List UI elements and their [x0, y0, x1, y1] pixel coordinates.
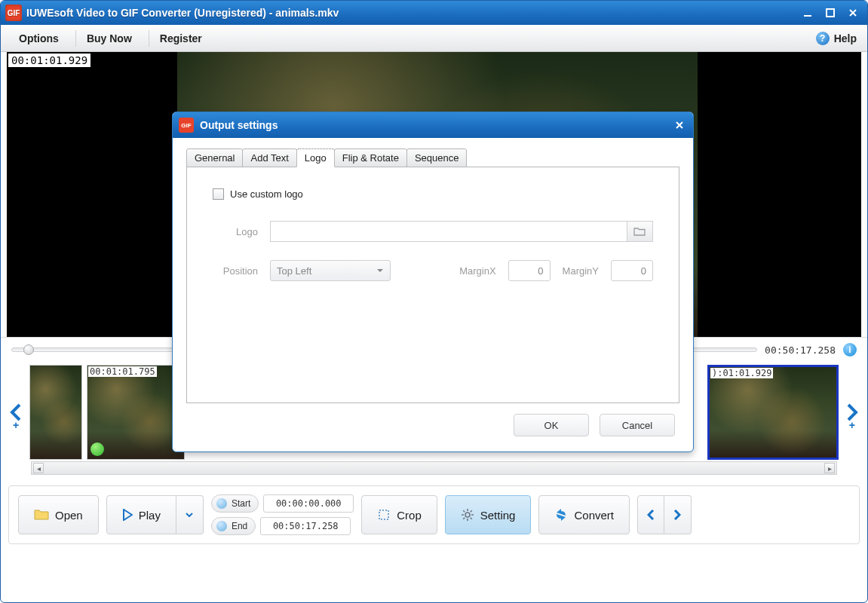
- scroll-right-button[interactable]: ▸: [824, 463, 835, 473]
- window-title: IUWEsoft Video to GIF Converter (Unregis…: [26, 7, 795, 19]
- start-end-block: Start 00:00:00.000 End 00:50:17.258: [211, 494, 354, 535]
- help-icon: ?: [816, 32, 830, 45]
- strip-prev-button[interactable]: +: [7, 365, 25, 460]
- tab-add-text[interactable]: Add Text: [242, 148, 296, 167]
- app-icon: GIF: [5, 5, 22, 21]
- plus-icon: +: [13, 419, 19, 431]
- minimize-button[interactable]: [798, 6, 817, 20]
- current-time-overlay: 00:01:01.929: [8, 54, 90, 67]
- tab-flip-rotate[interactable]: Flip & Rotate: [334, 148, 407, 167]
- tab-logo[interactable]: Logo: [296, 148, 335, 167]
- cancel-button[interactable]: Cancel: [600, 414, 675, 436]
- menu-buy-now[interactable]: Buy Now: [79, 29, 140, 47]
- clip-thumbnail[interactable]: ):01:01.929: [707, 365, 839, 460]
- play-dropdown-button[interactable]: [176, 495, 204, 534]
- start-button[interactable]: Start: [211, 494, 259, 513]
- dialog-close-button[interactable]: [672, 118, 687, 133]
- convert-icon: [554, 508, 568, 522]
- use-custom-logo-checkbox[interactable]: [213, 188, 224, 200]
- clock-icon: [216, 498, 227, 509]
- start-label: Start: [232, 498, 250, 509]
- crop-button[interactable]: Crop: [361, 495, 437, 534]
- titlebar: GIF IUWEsoft Video to GIF Converter (Unr…: [1, 1, 867, 25]
- clip-timecode: ):01:01.929: [710, 368, 773, 378]
- end-timecode[interactable]: 00:50:17.258: [260, 517, 351, 535]
- tabs: Genernal Add Text Logo Flip & Rotate Seq…: [186, 148, 679, 167]
- plus-icon: +: [849, 419, 855, 431]
- tab-general[interactable]: Genernal: [186, 148, 243, 167]
- info-icon[interactable]: i: [843, 343, 857, 357]
- end-label: End: [232, 521, 247, 531]
- marginy-input[interactable]: 0: [611, 260, 653, 281]
- strip-scrollbar[interactable]: ◂ ▸: [31, 461, 837, 475]
- chevron-down-icon: [376, 268, 384, 273]
- marginx-label: MarginX: [459, 265, 495, 277]
- tab-sequence[interactable]: Sequence: [406, 148, 468, 167]
- ok-button[interactable]: OK: [514, 414, 589, 436]
- crop-icon: [377, 508, 391, 522]
- clip-thumbnail[interactable]: [29, 365, 82, 460]
- crop-label: Crop: [397, 509, 422, 522]
- close-button[interactable]: [843, 6, 863, 20]
- svg-point-2: [465, 513, 470, 517]
- convert-label: Convert: [574, 509, 614, 522]
- nav-prev-button[interactable]: [637, 495, 664, 534]
- tabpanel-logo: Use custom logo Logo Position Top Left: [186, 167, 679, 403]
- marker-icon: [90, 442, 104, 456]
- folder-open-icon: [633, 226, 647, 237]
- menubar: Options Buy Now Register ? Help: [1, 25, 867, 52]
- use-custom-logo-label: Use custom logo: [230, 188, 303, 200]
- dialog-app-icon: GIF: [179, 118, 194, 133]
- menu-separator: [149, 30, 149, 47]
- scroll-left-button[interactable]: ◂: [33, 463, 44, 473]
- menu-separator: [75, 30, 76, 47]
- convert-button[interactable]: Convert: [538, 495, 630, 534]
- end-button[interactable]: End: [211, 517, 256, 535]
- strip-next-button[interactable]: +: [843, 365, 861, 460]
- browse-button[interactable]: [627, 221, 653, 242]
- bottom-toolbar: Open Play Start 00:00:00.000 End 00:50:1…: [8, 485, 860, 544]
- position-combo[interactable]: Top Left: [270, 260, 391, 281]
- clock-icon: [216, 521, 227, 531]
- help-button[interactable]: ? Help: [816, 32, 857, 45]
- position-value: Top Left: [277, 265, 311, 277]
- marginy-label: MarginY: [563, 265, 599, 277]
- clip-thumbnail[interactable]: 00:01:01.795: [87, 365, 185, 460]
- logo-label: Logo: [213, 226, 258, 237]
- logo-path-input[interactable]: [270, 221, 627, 242]
- dialog-title: Output settings: [200, 119, 672, 131]
- open-button[interactable]: Open: [18, 495, 99, 534]
- svg-rect-0: [827, 9, 834, 17]
- position-label: Position: [213, 265, 258, 277]
- dialog-titlebar: GIF Output settings: [173, 112, 693, 138]
- play-button[interactable]: Play: [106, 495, 176, 534]
- open-label: Open: [55, 509, 83, 522]
- chevron-down-icon: [186, 513, 193, 517]
- maximize-button[interactable]: [820, 6, 840, 20]
- clip-timecode: 00:01:01.795: [88, 366, 157, 377]
- output-settings-dialog: GIF Output settings Genernal Add Text Lo…: [172, 112, 694, 452]
- gear-icon: [461, 508, 474, 522]
- total-duration: 00:50:17.258: [765, 344, 836, 356]
- setting-button[interactable]: Setting: [445, 495, 532, 534]
- main-window: GIF IUWEsoft Video to GIF Converter (Unr…: [0, 0, 868, 603]
- svg-rect-1: [379, 510, 388, 519]
- nav-next-button[interactable]: [664, 495, 692, 534]
- menu-register[interactable]: Register: [152, 29, 210, 47]
- play-label: Play: [139, 509, 161, 522]
- marginx-input[interactable]: 0: [508, 260, 551, 281]
- setting-label: Setting: [480, 509, 516, 522]
- menu-options[interactable]: Options: [11, 29, 66, 47]
- folder-icon: [34, 509, 49, 521]
- timeline-thumb[interactable]: [23, 344, 34, 355]
- play-icon: [122, 509, 133, 521]
- help-label: Help: [834, 32, 857, 44]
- start-timecode[interactable]: 00:00:00.000: [263, 494, 354, 513]
